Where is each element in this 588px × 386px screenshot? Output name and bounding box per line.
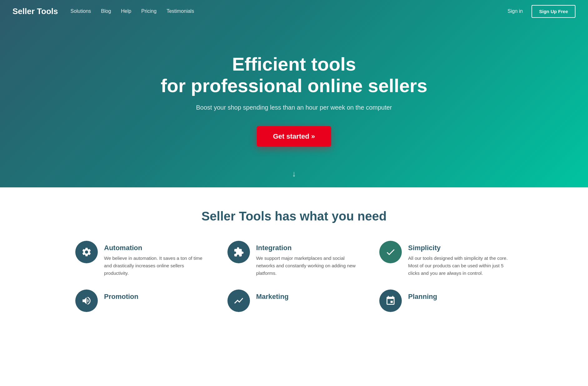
integration-description: We support major marketplaces and social…: [256, 255, 361, 277]
feature-promotion: Promotion: [75, 290, 209, 312]
simplicity-heading: Simplicity: [408, 244, 513, 252]
integration-icon-wrap: [227, 241, 250, 263]
hero-title-line2: for professional online sellers: [161, 75, 427, 96]
site-logo[interactable]: Seller Tools: [12, 7, 58, 16]
marketing-heading: Marketing: [256, 293, 289, 301]
simplicity-description: All our tools designed with simplicity a…: [408, 255, 513, 277]
hero-subtitle: Boost your shop spending less than an ho…: [196, 104, 392, 111]
nav-solutions[interactable]: Solutions: [70, 8, 91, 14]
planning-icon-wrap: [379, 290, 402, 312]
calendar-icon: [385, 295, 396, 306]
automation-icon-wrap: [75, 241, 98, 263]
megaphone-icon: [81, 295, 92, 306]
feature-planning: Planning: [379, 290, 513, 312]
nav-help[interactable]: Help: [121, 8, 131, 14]
promotion-heading: Promotion: [104, 293, 138, 301]
nav-pricing[interactable]: Pricing: [141, 8, 157, 14]
features-section: Seller Tools has what you need Automatio…: [0, 187, 588, 331]
signup-button[interactable]: Sign Up Free: [531, 5, 576, 18]
scroll-down-arrow: ↓: [292, 169, 296, 179]
features-title: Seller Tools has what you need: [19, 209, 569, 223]
hero-section: Efficient tools for professional online …: [0, 0, 588, 187]
automation-text: Automation We believe in automation. It …: [104, 241, 209, 277]
automation-heading: Automation: [104, 244, 209, 252]
feature-integration: Integration We support major marketplace…: [227, 241, 361, 277]
chart-icon: [233, 295, 244, 306]
signin-link[interactable]: Sign in: [508, 8, 523, 14]
simplicity-icon-wrap: [379, 241, 402, 263]
hero-title: Efficient tools for professional online …: [161, 53, 427, 96]
features-grid: Automation We believe in automation. It …: [75, 241, 513, 312]
gear-icon: [81, 247, 92, 257]
feature-marketing: Marketing: [227, 290, 361, 312]
hero-title-line1: Efficient tools: [232, 54, 356, 75]
automation-description: We believe in automation. It saves a ton…: [104, 255, 209, 277]
nav-links: Solutions Blog Help Pricing Testimonials: [70, 8, 507, 14]
feature-automation: Automation We believe in automation. It …: [75, 241, 209, 277]
feature-simplicity: Simplicity All our tools designed with s…: [379, 241, 513, 277]
planning-text: Planning: [408, 290, 437, 303]
marketing-text: Marketing: [256, 290, 289, 303]
check-icon: [385, 247, 396, 257]
nav-right: Sign in Sign Up Free: [508, 5, 576, 18]
simplicity-text: Simplicity All our tools designed with s…: [408, 241, 513, 277]
nav-blog[interactable]: Blog: [101, 8, 111, 14]
promotion-icon-wrap: [75, 290, 98, 312]
puzzle-icon: [233, 247, 244, 257]
navbar: Seller Tools Solutions Blog Help Pricing…: [0, 0, 588, 22]
integration-text: Integration We support major marketplace…: [256, 241, 361, 277]
promotion-text: Promotion: [104, 290, 138, 303]
integration-heading: Integration: [256, 244, 361, 252]
nav-testimonials[interactable]: Testimonials: [167, 8, 194, 14]
get-started-button[interactable]: Get started »: [257, 126, 331, 147]
marketing-icon-wrap: [227, 290, 250, 312]
planning-heading: Planning: [408, 293, 437, 301]
